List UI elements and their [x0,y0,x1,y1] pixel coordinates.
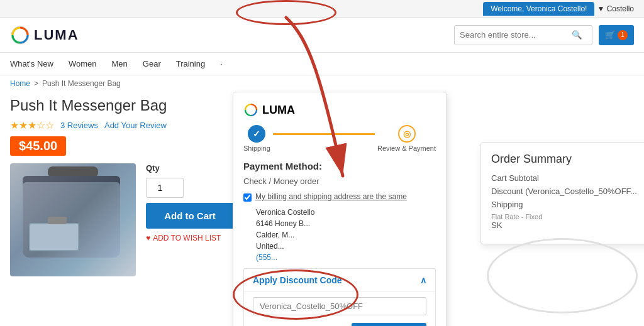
sk-label: SK [491,220,502,230]
logo-text: LUMA [34,27,79,43]
product-section: Push It Messenger Bag ★★★☆☆ 3 Reviews Ad… [10,92,249,276]
step-payment-circle: ◎ [398,125,416,143]
step-payment-label: Review & Payment [377,144,436,152]
nav-men[interactable]: Men [112,54,128,73]
nav-training[interactable]: Training [176,54,205,73]
summary-subtotal-row: Cart Subtotal [491,173,644,183]
address-city: Calder, M... [256,229,436,241]
summary-shipping-row: Shipping [491,200,644,209]
summary-discount-row: Discount (Veronica_Costello_50%OFF... [491,187,644,196]
step-shipping: ✓ Shipping [243,125,270,152]
subtotal-label: Cart Subtotal [491,173,539,183]
product-details: Qty Add to Cart ♥ ADD TO WISH LIST [146,163,234,242]
step-line [273,133,375,135]
nav-more[interactable]: · [220,54,223,73]
bag-buckle [48,217,67,224]
product-title: Push It Messenger Bag [10,97,249,114]
search-bar[interactable]: 🔍 [454,25,592,45]
product-stars: ★★★☆☆ [10,119,54,131]
address-name: Veronica Costello [256,207,436,218]
cart-count: 1 [618,30,628,40]
breadcrumb-separator: > [34,79,38,88]
qty-input[interactable] [146,178,184,198]
chevron-up-icon: ∧ [420,275,426,285]
product-image [10,163,136,276]
bag-pocket [29,223,79,251]
discount-input-row [244,291,435,320]
address-phone: (555... [256,252,436,263]
breadcrumb-home[interactable]: Home [10,79,30,88]
wishlist-link[interactable]: ♥ ADD TO WISH LIST [146,234,234,242]
discount-label: Apply Discount Code [253,275,342,285]
welcome-message: Welcome, Veronica Costello! [483,2,594,16]
top-bar: Welcome, Veronica Costello! ▼ Costello [0,0,644,18]
breadcrumb: Home > Push It Messenger Bag [0,75,644,92]
checkout-steps: ✓ Shipping ◎ Review & Payment [243,125,436,152]
breadcrumb-current: Push It Messenger Bag [42,79,121,88]
main-nav: What's New Women Men Gear Training · [0,53,644,75]
place-order-button[interactable]: Place Order [352,323,426,326]
shipping-detail: Flat Rate - Fixed [491,213,644,220]
checkout-logo-text: LUMA [262,104,295,117]
payment-method-title: Payment Method: [243,161,436,171]
discount-code-input[interactable] [253,297,426,315]
search-input[interactable] [455,28,568,42]
billing-check-row: My billing and shipping address are the … [243,192,436,202]
reviews-link[interactable]: 3 Reviews [60,121,98,130]
add-to-cart-button[interactable]: Add to Cart [146,203,234,229]
account-dropdown[interactable]: ▼ Costello [597,4,634,13]
search-button[interactable]: 🔍 [568,28,586,42]
address-block: Veronica Costello 6146 Honey B... Calder… [256,207,436,263]
nav-gear[interactable]: Gear [143,54,161,73]
payment-option: Check / Money order [243,177,436,186]
order-summary-title: Order Summary [491,153,644,166]
site-logo[interactable]: LUMA [10,25,79,45]
address-street: 6146 Honey B... [256,218,436,229]
nav-women[interactable]: Women [69,54,97,73]
checkout-panel: LUMA ✓ Shipping ◎ Review & Payment Payme… [233,92,447,326]
discount-row-label: Discount (Veronica_Costello_50%OFF... [491,187,637,196]
product-image-area: Qty Add to Cart ♥ ADD TO WISH LIST [10,163,249,276]
checkout-luma-icon [243,102,258,117]
site-header: LUMA 🔍 🛒 1 [0,18,644,53]
heart-icon: ♥ [146,234,150,242]
billing-checkbox[interactable] [243,193,252,202]
rating-row: ★★★☆☆ 3 Reviews Add Your Review [10,119,249,131]
product-price: $45.00 [10,136,66,156]
summary-sk-row: SK [491,220,644,230]
nav-whats-new[interactable]: What's New [10,54,53,73]
qty-label: Qty [146,163,234,173]
shipping-label: Shipping [491,200,523,209]
discount-header[interactable]: Apply Discount Code ∧ [244,269,435,291]
step-shipping-circle: ✓ [248,125,265,143]
svg-point-0 [11,26,29,44]
checkout-logo: LUMA [243,102,436,117]
step-shipping-label: Shipping [243,144,270,152]
main-content: Push It Messenger Bag ★★★☆☆ 3 Reviews Ad… [0,92,644,276]
order-summary-panel: Order Summary Cart Subtotal Discount (Ve… [480,142,644,244]
billing-checkbox-label: My billing and shipping address are the … [255,192,407,201]
wishlist-label: ADD TO WISH LIST [153,234,221,242]
add-review-link[interactable]: Add Your Review [104,121,167,130]
cart-button[interactable]: 🛒 1 [599,25,634,45]
discount-section: Apply Discount Code ∧ Appl... Place Orde… [243,268,436,326]
address-country: United... [256,241,436,252]
luma-logo-icon [10,25,30,45]
step-payment: ◎ Review & Payment [377,125,436,152]
